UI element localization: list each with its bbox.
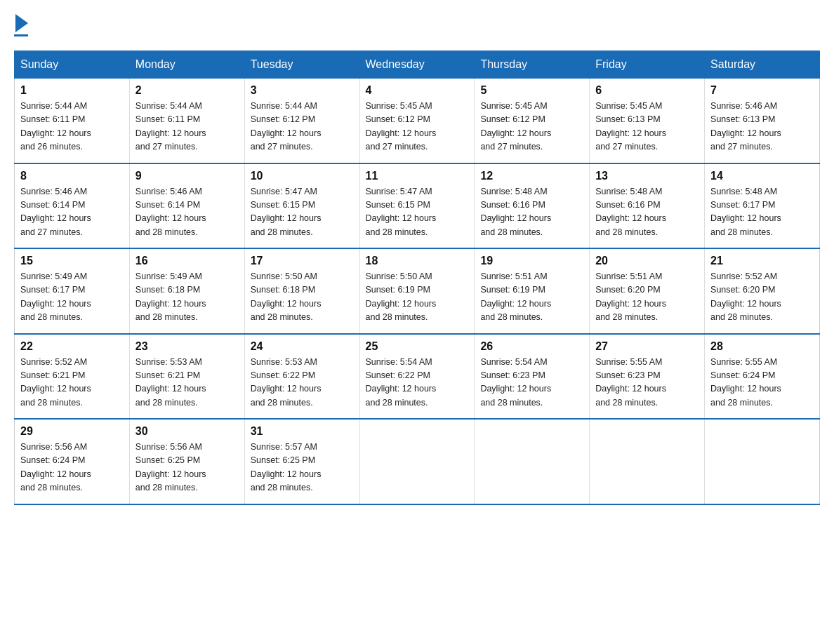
day-info: Sunrise: 5:48 AMSunset: 6:16 PMDaylight:… xyxy=(595,187,666,237)
calendar-cell: 26 Sunrise: 5:54 AMSunset: 6:23 PMDaylig… xyxy=(475,334,590,420)
day-info: Sunrise: 5:57 AMSunset: 6:25 PMDaylight:… xyxy=(251,442,322,492)
day-info: Sunrise: 5:45 AMSunset: 6:12 PMDaylight:… xyxy=(480,101,551,152)
calendar-cell: 2 Sunrise: 5:44 AMSunset: 6:11 PMDayligh… xyxy=(129,79,244,163)
calendar-cell: 8 Sunrise: 5:46 AMSunset: 6:14 PMDayligh… xyxy=(15,163,130,249)
day-info: Sunrise: 5:49 AMSunset: 6:18 PMDaylight:… xyxy=(135,271,206,322)
calendar-cell: 24 Sunrise: 5:53 AMSunset: 6:22 PMDaylig… xyxy=(244,334,359,420)
day-info: Sunrise: 5:48 AMSunset: 6:16 PMDaylight:… xyxy=(480,187,551,237)
column-header-monday: Monday xyxy=(129,51,244,79)
calendar-cell: 3 Sunrise: 5:44 AMSunset: 6:12 PMDayligh… xyxy=(244,79,359,163)
day-info: Sunrise: 5:50 AMSunset: 6:18 PMDaylight:… xyxy=(251,271,322,322)
day-number: 10 xyxy=(251,170,354,182)
day-number: 5 xyxy=(480,84,583,97)
calendar-cell xyxy=(705,419,820,504)
calendar-cell xyxy=(590,419,705,504)
day-info: Sunrise: 5:55 AMSunset: 6:23 PMDaylight:… xyxy=(595,357,666,408)
calendar-cell: 28 Sunrise: 5:55 AMSunset: 6:24 PMDaylig… xyxy=(705,334,820,420)
day-number: 11 xyxy=(366,170,469,182)
day-info: Sunrise: 5:56 AMSunset: 6:25 PMDaylight:… xyxy=(135,442,206,492)
calendar-cell: 21 Sunrise: 5:52 AMSunset: 6:20 PMDaylig… xyxy=(705,248,820,334)
day-info: Sunrise: 5:44 AMSunset: 6:11 PMDaylight:… xyxy=(20,101,91,152)
day-number: 20 xyxy=(595,255,699,267)
calendar-cell: 22 Sunrise: 5:52 AMSunset: 6:21 PMDaylig… xyxy=(15,334,130,420)
day-number: 31 xyxy=(251,425,354,438)
day-number: 19 xyxy=(480,255,583,267)
calendar-cell xyxy=(475,419,590,504)
day-info: Sunrise: 5:48 AMSunset: 6:17 PMDaylight:… xyxy=(710,187,781,237)
calendar-week-row: 8 Sunrise: 5:46 AMSunset: 6:14 PMDayligh… xyxy=(15,163,820,249)
day-number: 1 xyxy=(20,84,124,97)
calendar-cell: 18 Sunrise: 5:50 AMSunset: 6:19 PMDaylig… xyxy=(359,248,475,334)
day-number: 30 xyxy=(135,425,239,438)
day-number: 27 xyxy=(595,340,699,353)
logo xyxy=(14,14,28,36)
day-number: 15 xyxy=(20,255,124,267)
day-number: 21 xyxy=(710,255,814,267)
day-number: 14 xyxy=(710,170,814,182)
column-header-sunday: Sunday xyxy=(15,51,130,79)
day-info: Sunrise: 5:51 AMSunset: 6:19 PMDaylight:… xyxy=(480,271,551,322)
day-number: 12 xyxy=(480,170,583,182)
day-info: Sunrise: 5:56 AMSunset: 6:24 PMDaylight:… xyxy=(20,442,91,492)
calendar-cell: 12 Sunrise: 5:48 AMSunset: 6:16 PMDaylig… xyxy=(475,163,590,249)
calendar-cell: 23 Sunrise: 5:53 AMSunset: 6:21 PMDaylig… xyxy=(129,334,244,420)
calendar-cell: 1 Sunrise: 5:44 AMSunset: 6:11 PMDayligh… xyxy=(15,79,130,163)
day-info: Sunrise: 5:52 AMSunset: 6:21 PMDaylight:… xyxy=(20,357,91,408)
day-number: 23 xyxy=(135,340,239,353)
calendar-cell: 10 Sunrise: 5:47 AMSunset: 6:15 PMDaylig… xyxy=(244,163,359,249)
calendar-week-row: 15 Sunrise: 5:49 AMSunset: 6:17 PMDaylig… xyxy=(15,248,820,334)
page-header xyxy=(14,14,820,36)
day-info: Sunrise: 5:44 AMSunset: 6:11 PMDaylight:… xyxy=(135,101,206,152)
day-number: 3 xyxy=(251,84,354,97)
calendar-cell: 11 Sunrise: 5:47 AMSunset: 6:15 PMDaylig… xyxy=(359,163,475,249)
calendar-cell: 4 Sunrise: 5:45 AMSunset: 6:12 PMDayligh… xyxy=(359,79,475,163)
calendar-week-row: 29 Sunrise: 5:56 AMSunset: 6:24 PMDaylig… xyxy=(15,419,820,504)
day-info: Sunrise: 5:44 AMSunset: 6:12 PMDaylight:… xyxy=(251,101,322,152)
calendar-week-row: 1 Sunrise: 5:44 AMSunset: 6:11 PMDayligh… xyxy=(15,79,820,163)
day-number: 16 xyxy=(135,255,239,267)
day-info: Sunrise: 5:46 AMSunset: 6:14 PMDaylight:… xyxy=(135,187,206,237)
day-number: 17 xyxy=(251,255,354,267)
calendar-cell: 19 Sunrise: 5:51 AMSunset: 6:19 PMDaylig… xyxy=(475,248,590,334)
day-info: Sunrise: 5:54 AMSunset: 6:22 PMDaylight:… xyxy=(366,357,437,408)
day-info: Sunrise: 5:50 AMSunset: 6:19 PMDaylight:… xyxy=(366,271,437,322)
column-header-tuesday: Tuesday xyxy=(244,51,359,79)
day-info: Sunrise: 5:46 AMSunset: 6:14 PMDaylight:… xyxy=(20,187,91,237)
column-header-saturday: Saturday xyxy=(705,51,820,79)
day-number: 25 xyxy=(366,340,469,353)
calendar-cell: 31 Sunrise: 5:57 AMSunset: 6:25 PMDaylig… xyxy=(244,419,359,504)
logo-underline xyxy=(14,34,28,36)
day-number: 28 xyxy=(710,340,814,353)
day-info: Sunrise: 5:53 AMSunset: 6:21 PMDaylight:… xyxy=(135,357,206,408)
day-number: 9 xyxy=(135,170,239,182)
day-number: 18 xyxy=(366,255,469,267)
day-number: 4 xyxy=(366,84,469,97)
calendar-cell: 13 Sunrise: 5:48 AMSunset: 6:16 PMDaylig… xyxy=(590,163,705,249)
day-number: 26 xyxy=(480,340,583,353)
calendar-cell: 9 Sunrise: 5:46 AMSunset: 6:14 PMDayligh… xyxy=(129,163,244,249)
calendar-cell: 30 Sunrise: 5:56 AMSunset: 6:25 PMDaylig… xyxy=(129,419,244,504)
calendar-cell: 5 Sunrise: 5:45 AMSunset: 6:12 PMDayligh… xyxy=(475,79,590,163)
day-number: 24 xyxy=(251,340,354,353)
day-info: Sunrise: 5:46 AMSunset: 6:13 PMDaylight:… xyxy=(710,101,781,152)
column-header-friday: Friday xyxy=(590,51,705,79)
calendar-cell: 16 Sunrise: 5:49 AMSunset: 6:18 PMDaylig… xyxy=(129,248,244,334)
calendar-cell: 6 Sunrise: 5:45 AMSunset: 6:13 PMDayligh… xyxy=(590,79,705,163)
calendar-cell: 27 Sunrise: 5:55 AMSunset: 6:23 PMDaylig… xyxy=(590,334,705,420)
day-number: 13 xyxy=(595,170,699,182)
day-info: Sunrise: 5:47 AMSunset: 6:15 PMDaylight:… xyxy=(366,187,437,237)
calendar-cell: 14 Sunrise: 5:48 AMSunset: 6:17 PMDaylig… xyxy=(705,163,820,249)
calendar-cell: 17 Sunrise: 5:50 AMSunset: 6:18 PMDaylig… xyxy=(244,248,359,334)
calendar-cell xyxy=(359,419,475,504)
day-info: Sunrise: 5:45 AMSunset: 6:12 PMDaylight:… xyxy=(366,101,437,152)
calendar-cell: 15 Sunrise: 5:49 AMSunset: 6:17 PMDaylig… xyxy=(15,248,130,334)
calendar-cell: 20 Sunrise: 5:51 AMSunset: 6:20 PMDaylig… xyxy=(590,248,705,334)
column-header-thursday: Thursday xyxy=(475,51,590,79)
day-number: 29 xyxy=(20,425,124,438)
day-info: Sunrise: 5:54 AMSunset: 6:23 PMDaylight:… xyxy=(480,357,551,408)
day-number: 8 xyxy=(20,170,124,182)
calendar-week-row: 22 Sunrise: 5:52 AMSunset: 6:21 PMDaylig… xyxy=(15,334,820,420)
calendar-header-row: SundayMondayTuesdayWednesdayThursdayFrid… xyxy=(15,51,820,79)
day-info: Sunrise: 5:45 AMSunset: 6:13 PMDaylight:… xyxy=(595,101,666,152)
day-number: 6 xyxy=(595,84,699,97)
